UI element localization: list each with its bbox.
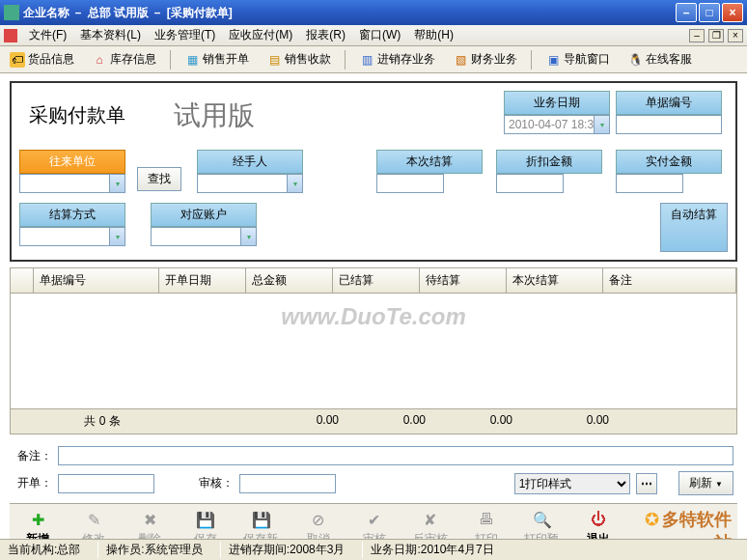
grid: 单据编号 开单日期 总金额 已结算 待结算 本次结算 备注 www.DuoTe.…	[10, 267, 737, 434]
pay-amount-label: 实付金额	[616, 150, 722, 174]
tool-goods[interactable]: 🏷货品信息	[6, 49, 78, 70]
list-icon: ▥	[359, 52, 374, 68]
edit-icon: ✎	[84, 510, 103, 529]
col-date[interactable]: 开单日期	[159, 268, 246, 293]
pay-amount-input[interactable]	[616, 174, 683, 193]
tool-sales-receipt[interactable]: ▤销售收款	[263, 49, 335, 70]
auto-settle-button[interactable]: 自动结算	[660, 203, 728, 252]
app-icon	[4, 5, 19, 20]
money-icon: ▤	[266, 52, 282, 68]
maximize-button[interactable]: □	[699, 3, 720, 22]
tool-nav[interactable]: ▣导航窗口	[541, 49, 614, 70]
biz-date-input[interactable]: 2010-04-07 18:33 ▾	[504, 115, 610, 134]
discount-input[interactable]	[496, 174, 564, 193]
star-icon: ✪	[645, 510, 659, 529]
form-panel: 采购付款单 试用版 业务日期 2010-04-07 18:33 ▾ 单据编号	[10, 81, 737, 262]
menu-business[interactable]: 业务管理(T)	[149, 25, 221, 45]
refresh-button[interactable]: 刷新 ▼	[678, 471, 733, 495]
grid-header: 单据编号 开单日期 总金额 已结算 待结算 本次结算 备注	[10, 267, 737, 294]
statusbar: 当前机构:总部 操作员:系统管理员 进销存期间:2008年3月 业务日期:201…	[0, 539, 747, 560]
mdi-icon	[4, 29, 17, 42]
toolbar: 🏷货品信息 ⌂库存信息 ▦销售开单 ▤销售收款 ▥进销存业务 ▧财务业务 ▣导航…	[0, 46, 747, 73]
col-doc-no[interactable]: 单据编号	[34, 268, 159, 293]
settle-method-input[interactable]: ▾	[19, 227, 125, 246]
chevron-down-icon: ▼	[715, 480, 723, 489]
window-title: 企业名称 － 总部 试用版 － [采购付款单]	[23, 5, 676, 21]
titlebar: 企业名称 － 总部 试用版 － [采购付款单] – □ ×	[0, 0, 747, 25]
workarea: 采购付款单 试用版 业务日期 2010-04-07 18:33 ▾ 单据编号	[0, 73, 747, 560]
audit-field	[239, 474, 336, 493]
mdi-minimize[interactable]: –	[689, 29, 705, 42]
dropdown-icon[interactable]: ▾	[287, 175, 302, 192]
audit-label: 审核：	[195, 475, 234, 491]
menu-window[interactable]: 窗口(W)	[353, 25, 406, 45]
menu-help[interactable]: 帮助(H)	[408, 25, 459, 45]
tool-stock[interactable]: ⌂库存信息	[88, 49, 160, 70]
lookup-button[interactable]: 查找	[137, 167, 181, 191]
account-input[interactable]: ▾	[151, 227, 257, 246]
dropdown-icon[interactable]: ▾	[109, 175, 124, 192]
close-button[interactable]: ×	[722, 3, 743, 22]
col-this-time[interactable]: 本次结算	[507, 268, 603, 293]
trial-watermark: 试用版	[174, 98, 255, 134]
save-icon: 💾	[196, 510, 215, 529]
discount-label: 折扣金额	[496, 150, 602, 174]
handler-label: 经手人	[197, 150, 303, 174]
row-selector	[11, 268, 34, 293]
menu-report[interactable]: 报表(R)	[300, 25, 351, 45]
col-remark[interactable]: 备注	[603, 268, 736, 293]
divider	[170, 50, 171, 70]
creator-label: 开单：	[14, 475, 52, 491]
doc-title: 采购付款单	[29, 102, 125, 128]
tool-jxc[interactable]: ▥进销存业务	[355, 49, 439, 70]
delete-icon: ✖	[140, 510, 159, 529]
print-style-browse[interactable]: ⋯	[636, 473, 657, 494]
col-total[interactable]: 总金额	[246, 268, 333, 293]
cancel-icon: ⊘	[309, 510, 328, 529]
mdi-restore[interactable]: ❐	[708, 29, 724, 42]
bottom-row: 开单： 审核： 1打印样式 ⋯ 刷新 ▼	[10, 471, 737, 495]
vendor-input[interactable]: ▾	[19, 174, 125, 193]
menu-receivable[interactable]: 应收应付(M)	[223, 25, 298, 45]
print-icon: 🖶	[477, 510, 496, 529]
divider	[531, 50, 532, 70]
doc-no-input[interactable]	[616, 115, 722, 134]
dropdown-icon[interactable]: ▾	[594, 116, 609, 133]
mdi-close[interactable]: ×	[728, 29, 743, 42]
watermark: www.DuoTe.com	[281, 303, 466, 330]
doc-icon: ▦	[184, 52, 200, 68]
menubar: 文件(F) 基本资料(L) 业务管理(T) 应收应付(M) 报表(R) 窗口(W…	[0, 25, 747, 46]
exit-icon: ⏻	[589, 510, 608, 529]
tag-icon: 🏷	[10, 52, 25, 68]
tool-finance[interactable]: ▧财务业务	[449, 49, 521, 70]
remark-label: 备注：	[14, 448, 52, 464]
check-icon: ✔	[365, 510, 384, 529]
col-pending[interactable]: 待结算	[420, 268, 507, 293]
divider	[345, 50, 346, 70]
dropdown-icon[interactable]: ▾	[109, 228, 124, 245]
vendor-label: 往来单位	[19, 150, 125, 174]
account-label: 对应账户	[151, 203, 257, 227]
print-style-select[interactable]: 1打印样式	[514, 473, 630, 494]
uncheck-icon: ✘	[421, 510, 440, 529]
settle-this-input[interactable]	[376, 174, 444, 193]
minimize-button[interactable]: –	[676, 3, 697, 22]
grid-body[interactable]: www.DuoTe.com	[10, 294, 737, 409]
tool-cs[interactable]: 🐧在线客服	[623, 49, 696, 70]
remark-input[interactable]	[58, 446, 733, 465]
settle-method-label: 结算方式	[19, 203, 125, 227]
preview-icon: 🔍	[533, 510, 552, 529]
nav-icon: ▣	[545, 52, 561, 68]
tool-sales-order[interactable]: ▦销售开单	[180, 49, 253, 70]
dropdown-icon[interactable]: ▾	[240, 228, 256, 245]
handler-input[interactable]: ▾	[197, 174, 303, 193]
remarks-row: 备注：	[10, 446, 737, 465]
menu-file[interactable]: 文件(F)	[23, 25, 72, 45]
qq-icon: 🐧	[627, 52, 643, 68]
save-add-icon: 💾	[252, 510, 271, 529]
col-settled[interactable]: 已结算	[333, 268, 420, 293]
creator-field	[58, 474, 154, 493]
doc-no-label: 单据编号	[616, 91, 722, 115]
finance-icon: ▧	[453, 52, 468, 68]
menu-basic[interactable]: 基本资料(L)	[74, 25, 147, 45]
